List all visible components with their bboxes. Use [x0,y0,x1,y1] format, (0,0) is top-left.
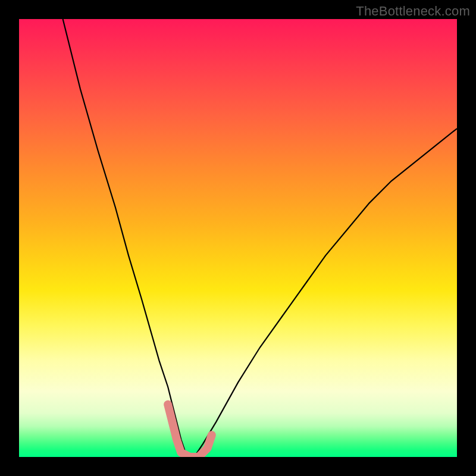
chart-frame: TheBottleneck.com [0,0,476,476]
curves-svg [19,19,457,457]
right-branch-line [194,129,457,457]
left-branch-line [63,19,186,453]
plot-area [19,19,457,457]
watermark-text: TheBottleneck.com [356,4,470,19]
